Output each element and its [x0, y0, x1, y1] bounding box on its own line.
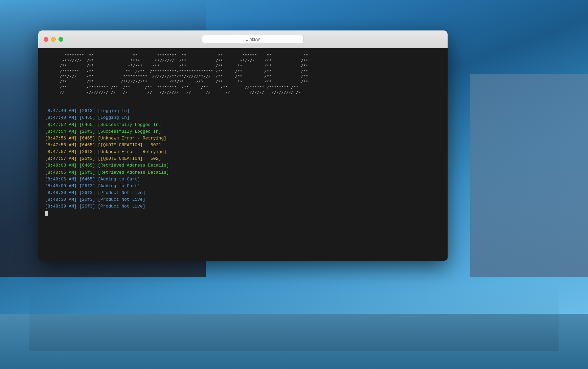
log-line: [8:47:40 AM] [6465] [Logging In]	[45, 114, 441, 121]
background-buildings	[470, 74, 588, 277]
minimize-button[interactable]	[51, 37, 56, 42]
log-line: [8:48:06 AM] [26f3] [Retrieved Address D…	[45, 169, 441, 176]
log-line: [8:48:09 AM] [26f3] [Adding to Cart]	[45, 183, 441, 190]
log-line: [8:47:40 AM] [26f3] [Logging In]	[45, 108, 441, 114]
address-bar[interactable]: ...nts/w	[202, 35, 303, 43]
log-line: [8:48:06 AM] [6465] [Adding to Cart]	[45, 176, 441, 183]
log-line: [8:47:57 AM] [26f3] [Unknown Error - Ret…	[45, 149, 441, 155]
log-line: [8:47:57 AM] [26f3] [[QUOTE CREATION]: 5…	[45, 155, 441, 162]
terminal-cursor	[45, 211, 48, 216]
log-container: [8:47:40 AM] [26f3] [Logging In][8:47:40…	[45, 108, 441, 210]
background-people	[29, 284, 559, 350]
log-line: [8:47:56 AM] [6465] [Unknown Error - Ret…	[45, 135, 441, 142]
log-line: [8:48:03 AM] [6465] [Retrieved Address D…	[45, 162, 441, 169]
log-line: [8:47:54 AM] [26f3] [Successfully Logged…	[45, 128, 441, 135]
log-line: [8:47:56 AM] [6465] [[QUOTE CREATION]: 5…	[45, 142, 441, 149]
terminal-body[interactable]: ******** ** ** ******** ** ** ****** ** …	[38, 48, 448, 261]
log-line: [8:48:30 AM] [26f3] [Product Not Live]	[45, 196, 441, 203]
cursor-line	[45, 211, 441, 216]
terminal-window: ...nts/w ******** ** ** ******** ** ** *…	[38, 30, 448, 261]
traffic-lights	[44, 37, 63, 42]
ascii-art: ******** ** ** ******** ** ** ****** ** …	[45, 53, 441, 101]
close-button[interactable]	[44, 37, 48, 42]
maximize-button[interactable]	[59, 37, 63, 42]
log-line: [8:47:52 AM] [6465] [Successfully Logged…	[45, 122, 441, 128]
titlebar: ...nts/w	[38, 30, 448, 48]
log-line: [8:48:20 AM] [26f3] [Product Not Live]	[45, 190, 441, 196]
log-line: [8:48:39 AM] [26f3] [Product Not Live]	[45, 203, 441, 210]
